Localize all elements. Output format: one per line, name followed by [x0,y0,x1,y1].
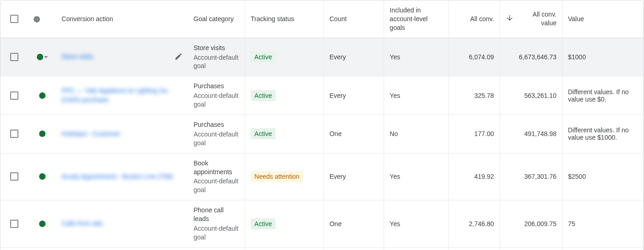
col-header-count[interactable]: Count [324,0,384,38]
col-header-tracking-status[interactable]: Tracking status [245,0,324,38]
value-cell: 75 [562,200,643,248]
all-conv-cell: 2,746.80 [449,200,500,248]
status-dot-icon [39,92,46,99]
col-header-value[interactable]: Value [562,0,643,38]
all-conv-cell: 419.92 [449,153,500,200]
edit-icon[interactable] [174,52,183,62]
value-cell: Different values. If no value use $1000. [562,115,643,153]
tracking-status-badge: Active [251,51,276,62]
row-checkbox[interactable] [10,53,18,61]
table-row[interactable]: PPC — Yale Appliance & Lighting Inc. (CM… [0,76,644,115]
col-header-goal-category[interactable]: Goal category [188,0,245,38]
table-row[interactable]: HubSpot - CustomerPurchasesAccount-defau… [0,115,644,153]
goal-category-top: Book appointments [194,159,239,176]
tracking-status-badge: Needs attention [251,171,303,182]
table-row[interactable]: Acuity Appointment - Boston Live (758)Bo… [0,153,644,200]
status-indicator [34,131,50,137]
goal-category-top: Phone call leads [194,206,239,223]
sort-descending-icon [506,14,514,24]
status-indicator [34,221,50,227]
goal-category-top: Store visits [194,44,239,52]
all-conv-cell: 442.76 [449,247,500,250]
status-indicator [34,92,50,99]
chevron-down-icon [44,56,48,58]
all-conv-value-cell: 491,748.98 [500,115,562,153]
row-checkbox[interactable] [10,130,18,138]
value-cell: Different values. If no value use $0. [562,76,643,115]
all-conv-cell: 6,074.09 [449,38,500,76]
status-dot-icon [39,221,46,227]
all-conv-value-cell: 206,009.75 [500,200,562,248]
count-cell: One [324,115,384,153]
col-header-all-conv-value[interactable]: All conv. value [500,0,562,38]
row-checkbox[interactable] [10,172,18,181]
col-header-conversion-action[interactable]: Conversion action [56,0,188,38]
goal-category-sub: Account-default goal [194,91,239,109]
count-cell: Every [324,38,384,76]
included-cell: No [384,247,449,250]
table-header-row: Conversion action Goal category Tracking… [0,0,644,38]
col-header-all-conv[interactable]: All conv. [449,0,500,38]
goal-category-sub: Account-default goal [194,130,239,148]
value-cell: $2500 [562,153,643,200]
count-cell: Every [324,153,384,200]
conversion-action-link[interactable]: HubSpot - Customer [62,130,121,139]
all-conv-value-cell: 563,261.10 [500,76,562,115]
conversions-table: Conversion action Goal category Tracking… [0,0,644,250]
status-dot-icon [39,131,46,137]
goal-category-sub: Account-default goal [194,53,239,71]
col-header-all-conv-value-label: All conv. value [518,10,557,28]
all-conv-cell: 177.00 [449,115,500,153]
all-conv-value-cell: 367,301.76 [500,153,562,200]
status-dot-icon [39,173,46,180]
conversion-action-link[interactable]: PPC — Yale Appliance & Lighting Inc. (CM… [62,86,183,104]
included-cell: Yes [384,76,449,115]
row-checkbox[interactable] [10,91,18,100]
all-conv-value-cell: 442.76 [500,247,562,250]
row-checkbox[interactable] [10,220,18,228]
conversion-action-link[interactable]: Acuity Appointment - Boston Live (758) [62,172,173,182]
count-cell: One [324,200,384,248]
goal-category-sub: Account-default goal [194,177,239,194]
status-indicator [34,173,50,180]
conversion-action-link[interactable]: Calls from ads [62,219,103,228]
tracking-status-badge: Active [251,90,276,101]
table-row[interactable]: Calls from adsPhone call leadsAccount-de… [0,200,644,248]
tracking-status-badge: Active [251,128,276,139]
status-header-icon [34,16,40,23]
included-cell: Yes [384,200,449,248]
value-cell: $1000 [562,38,643,76]
included-cell: Yes [384,153,449,200]
goal-category-top: Purchases [194,82,239,91]
table-row[interactable]: Yale Appliance list (web) buying_guide_d… [0,247,644,250]
conversion-action-link[interactable]: Store visits [62,52,93,62]
select-all-checkbox[interactable] [10,15,18,23]
count-cell: One [324,247,384,250]
included-cell: No [384,115,449,153]
col-header-included[interactable]: Included in account-level goals [384,0,449,38]
goal-category-top: Purchases [194,120,239,129]
tracking-status-badge: Active [251,218,276,229]
table-row[interactable]: Store visitsStore visitsAccount-default … [0,38,644,76]
included-cell: Yes [384,38,449,76]
goal-category-sub: Account-default goal [194,224,239,242]
all-conv-cell: 325.78 [449,76,500,115]
status-indicator[interactable] [34,54,50,60]
all-conv-value-cell: 6,673,646.73 [500,38,562,76]
count-cell: Every [324,76,384,115]
status-dot-icon [37,54,43,60]
value-cell: Different values. If no value use $1. [562,247,643,250]
